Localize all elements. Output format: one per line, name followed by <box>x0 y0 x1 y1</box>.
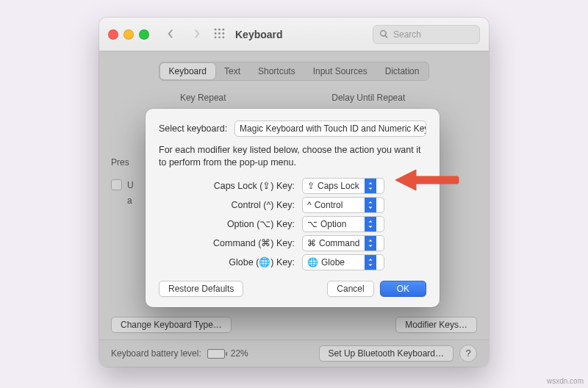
value-option: Option <box>320 219 346 229</box>
glyph-command-icon: ⌘ <box>307 238 316 248</box>
svg-point-6 <box>215 36 217 38</box>
svg-point-4 <box>218 32 220 35</box>
select-keyboard-value: Magic Keyboard with Touch ID and Numeric… <box>235 123 426 134</box>
row-command: Command (⌘) Key: ⌘Command <box>159 235 426 251</box>
row-control: Control (^) Key: ^Control <box>159 197 426 213</box>
value-globe: Globe <box>321 257 345 267</box>
show-all-icon[interactable] <box>214 28 225 41</box>
value-command: Command <box>319 238 359 248</box>
svg-point-1 <box>218 28 220 30</box>
close-window-button[interactable] <box>108 29 118 40</box>
cancel-button[interactable]: Cancel <box>327 281 373 297</box>
value-caps-lock: Caps Lock <box>318 181 359 191</box>
svg-point-7 <box>218 36 220 38</box>
svg-point-2 <box>222 28 224 30</box>
label-caps-lock: Caps Lock (⇪) Key: <box>159 180 302 191</box>
watermark: wsxdn.com <box>547 377 584 385</box>
sheet-description: For each modifier key listed below, choo… <box>159 144 426 169</box>
minimize-window-button[interactable] <box>123 29 134 40</box>
glyph-caps-lock-icon: ⇪ <box>307 181 315 191</box>
zoom-window-button[interactable] <box>139 29 149 40</box>
popup-command[interactable]: ⌘Command <box>302 235 384 251</box>
popup-control[interactable]: ^Control <box>302 197 384 213</box>
search-input[interactable]: Search <box>373 25 480 44</box>
row-caps-lock: Caps Lock (⇪) Key: ⇪Caps Lock <box>159 178 426 194</box>
search-icon <box>379 29 389 39</box>
restore-defaults-button[interactable]: Restore Defaults <box>159 281 243 297</box>
glyph-control-icon: ^ <box>307 200 312 210</box>
svg-point-5 <box>222 32 224 35</box>
chevron-updown-icon <box>365 236 376 251</box>
select-keyboard-popup[interactable]: Magic Keyboard with Touch ID and Numeric… <box>234 121 426 137</box>
forward-button[interactable] <box>187 26 207 43</box>
glyph-globe-icon: 🌐 <box>307 257 318 267</box>
chevron-updown-icon <box>365 255 376 270</box>
popup-caps-lock[interactable]: ⇪Caps Lock <box>302 178 384 194</box>
back-button[interactable] <box>161 26 180 43</box>
traffic-lights <box>108 29 149 40</box>
window-title: Keyboard <box>235 29 283 40</box>
row-option: Option (⌥) Key: ⌥Option <box>159 216 426 232</box>
svg-point-0 <box>215 28 217 30</box>
svg-point-3 <box>215 32 217 35</box>
search-placeholder: Search <box>393 29 421 40</box>
chevron-updown-icon <box>365 198 376 212</box>
row-globe: Globe (🌐) Key: 🌐Globe <box>159 254 426 270</box>
glyph-option-icon: ⌥ <box>307 219 318 229</box>
modifier-keys-sheet: Select keyboard: Magic Keyboard with Tou… <box>146 109 440 307</box>
chevron-updown-icon <box>365 217 376 231</box>
ok-button[interactable]: OK <box>380 281 426 297</box>
label-control: Control (^) Key: <box>159 200 302 210</box>
label-command: Command (⌘) Key: <box>159 237 302 248</box>
titlebar: Keyboard Search <box>99 18 489 51</box>
label-option: Option (⌥) Key: <box>159 218 302 229</box>
value-control: Control <box>315 200 343 210</box>
svg-point-8 <box>222 36 224 38</box>
label-globe: Globe (🌐) Key: <box>159 256 302 267</box>
popup-globe[interactable]: 🌐Globe <box>302 254 384 270</box>
select-keyboard-label: Select keyboard: <box>159 123 227 134</box>
popup-option[interactable]: ⌥Option <box>302 216 384 232</box>
chevron-updown-icon <box>365 179 376 193</box>
